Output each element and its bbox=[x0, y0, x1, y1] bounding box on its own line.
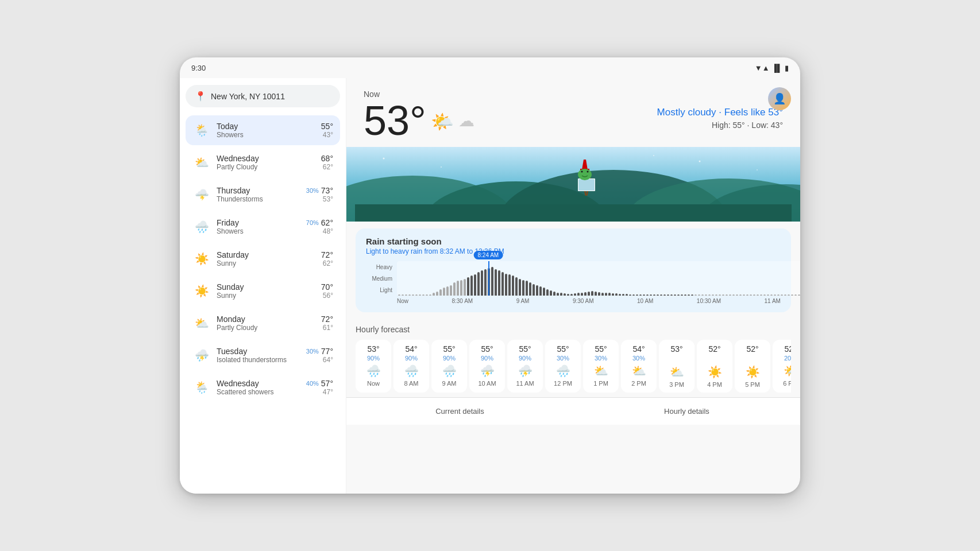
hourly-precip: 30% bbox=[557, 355, 569, 362]
rain-bar bbox=[770, 294, 773, 296]
day-info: Wednesday Partly Cloudy bbox=[217, 154, 321, 171]
hourly-item-8[interactable]: 53° ⛅ 3 PM bbox=[659, 340, 695, 393]
day-weather-icon: ⛅ bbox=[192, 314, 211, 332]
tablet-frame: 9:30 ▼▲ ▐▌ ▮ 📍 New York, NY 10011 🌦️ Tod… bbox=[180, 57, 800, 494]
medium-label: Medium bbox=[366, 276, 392, 282]
hourly-icon: 🌧️ bbox=[404, 364, 419, 378]
rain-bar bbox=[784, 294, 786, 296]
hourly-temp: 55° bbox=[595, 344, 607, 354]
weather-right-info: Mostly cloudy · Feels like 53° High: 55°… bbox=[657, 90, 783, 130]
svg-point-21 bbox=[653, 155, 654, 156]
rain-section: Rain starting soon Light to heavy rain f… bbox=[356, 228, 791, 312]
hourly-precip: 90% bbox=[443, 355, 456, 362]
hourly-time: 5 PM bbox=[745, 381, 760, 388]
day-low: 56° bbox=[323, 292, 333, 300]
day-temps: 40% 57° 47° bbox=[306, 379, 333, 396]
rain-bar bbox=[581, 293, 583, 296]
hourly-item-4[interactable]: 55° 90% ⛈️ 11 AM bbox=[507, 340, 543, 393]
rain-bar bbox=[691, 294, 693, 296]
hourly-precip: 20% bbox=[784, 355, 791, 362]
hourly-item-6[interactable]: 55° 30% ⛅ 1 PM bbox=[583, 340, 619, 393]
day-high: 72° bbox=[321, 315, 333, 324]
day-low: 64° bbox=[323, 356, 333, 364]
day-info: Monday Partly Cloudy bbox=[217, 315, 321, 332]
day-high-row: 30% 77° bbox=[306, 347, 333, 356]
hourly-item-10[interactable]: 52° ☀️ 5 PM bbox=[735, 340, 770, 393]
rain-bar bbox=[533, 284, 535, 296]
forecast-item-0[interactable]: 🌦️ Today Showers 55° 43° bbox=[186, 115, 340, 145]
hourly-item-9[interactable]: 52° ☀️ 4 PM bbox=[697, 340, 732, 393]
hourly-item-11[interactable]: 52° 20% 🌤️ 6 PM bbox=[773, 340, 791, 393]
rain-chart-container: 8:24 AM bbox=[397, 261, 800, 296]
svg-point-18 bbox=[441, 166, 442, 168]
rain-bar bbox=[660, 294, 662, 296]
rain-bar bbox=[481, 270, 483, 296]
rain-bar bbox=[695, 294, 697, 296]
day-name: Monday bbox=[217, 315, 321, 324]
hourly-item-7[interactable]: 54° 30% ⛅ 2 PM bbox=[621, 340, 657, 393]
battery-icon: ▮ bbox=[785, 64, 789, 72]
hourly-scroll: 53° 90% 🌧️ Now 54° 90% 🌧️ 8 AM 55° 90% 🌧… bbox=[356, 340, 791, 393]
forecast-item-7[interactable]: ⛈️ Tuesday Isolated thunderstorms 30% 77… bbox=[186, 340, 340, 370]
hourly-temp: 55° bbox=[443, 344, 455, 354]
rain-bar bbox=[684, 294, 686, 296]
forecast-item-3[interactable]: 🌧️ Friday Showers 70% 62° 48° bbox=[186, 212, 340, 242]
time-1030: 10:30 AM bbox=[697, 298, 721, 304]
day-name: Thursday bbox=[217, 186, 306, 195]
rain-bar bbox=[467, 277, 469, 296]
location-bar[interactable]: 📍 New York, NY 10011 bbox=[186, 85, 340, 107]
day-weather-icon: 🌧️ bbox=[192, 218, 211, 236]
hourly-item-1[interactable]: 54° 90% 🌧️ 8 AM bbox=[393, 340, 429, 393]
hourly-item-5[interactable]: 55° 30% 🌧️ 12 PM bbox=[545, 340, 581, 393]
hourly-icon: 🌧️ bbox=[442, 364, 457, 378]
rain-bar bbox=[402, 294, 404, 296]
day-high-row: 40% 57° bbox=[306, 379, 333, 388]
rain-bar bbox=[491, 267, 493, 296]
rain-bar bbox=[632, 294, 635, 296]
hourly-temp: 52° bbox=[784, 344, 791, 354]
forecast-item-8[interactable]: 🌦️ Wednesday Scattered showers 40% 57° 4… bbox=[186, 372, 340, 402]
current-temp-section: Now 53° 🌤️ ☁ bbox=[364, 90, 474, 141]
rain-bar bbox=[553, 292, 555, 296]
day-name: Wednesday bbox=[217, 154, 321, 163]
rain-bar bbox=[636, 294, 638, 296]
forecast-item-5[interactable]: ☀️ Sunday Sunny 70° 56° bbox=[186, 276, 340, 306]
forecast-item-1[interactable]: ⛅ Wednesday Partly Cloudy 68° 62° bbox=[186, 148, 340, 177]
high-low-text: High: 55° · Low: 43° bbox=[657, 121, 783, 130]
tab-hourly-details[interactable]: Hourly details bbox=[573, 403, 800, 419]
precip-pct: 70% bbox=[306, 219, 319, 226]
rain-bar bbox=[719, 294, 721, 296]
rain-bar bbox=[574, 293, 576, 296]
hourly-item-0[interactable]: 53° 90% 🌧️ Now bbox=[356, 340, 391, 393]
day-info: Thursday Thunderstorms bbox=[217, 186, 306, 203]
day-info: Wednesday Scattered showers bbox=[217, 379, 306, 396]
rain-bar bbox=[412, 294, 414, 296]
hourly-item-2[interactable]: 55° 90% 🌧️ 9 AM bbox=[431, 340, 467, 393]
tab-current-details[interactable]: Current details bbox=[346, 403, 573, 419]
heavy-label: Heavy bbox=[366, 264, 392, 270]
status-icons: ▼▲ ▐▌ ▮ bbox=[755, 64, 789, 72]
day-temps: 72° 62° bbox=[321, 250, 333, 267]
rain-bar bbox=[429, 294, 431, 296]
hourly-icon: ⛈️ bbox=[480, 364, 495, 378]
day-name: Sunday bbox=[217, 282, 321, 292]
time-930: 9:30 AM bbox=[573, 298, 594, 304]
weather-icon-current: 🌤️ bbox=[431, 111, 454, 133]
forecast-item-2[interactable]: 🌩️ Thursday Thunderstorms 30% 73° 53° bbox=[186, 180, 340, 209]
svg-point-15 bbox=[581, 171, 583, 173]
forecast-item-6[interactable]: ⛅ Monday Partly Cloudy 72° 61° bbox=[186, 308, 340, 338]
day-info: Sunday Sunny bbox=[217, 282, 321, 300]
rain-bar bbox=[757, 294, 759, 296]
rain-bar bbox=[460, 280, 462, 296]
hourly-item-3[interactable]: 55° 90% ⛈️ 10 AM bbox=[469, 340, 505, 393]
day-condition: Isolated thunderstorms bbox=[217, 356, 306, 364]
day-weather-icon: ⛅ bbox=[192, 153, 211, 172]
day-weather-icon: 🌦️ bbox=[192, 378, 211, 397]
forecast-item-4[interactable]: ☀️ Saturday Sunny 72° 62° bbox=[186, 244, 340, 274]
hourly-precip: 30% bbox=[632, 355, 645, 362]
hourly-temp: 55° bbox=[481, 344, 493, 354]
day-temps: 30% 77° 64° bbox=[306, 347, 333, 364]
rain-bar bbox=[612, 293, 614, 296]
user-avatar[interactable]: 👤 bbox=[768, 87, 791, 110]
day-high-row: 68° bbox=[321, 154, 333, 163]
